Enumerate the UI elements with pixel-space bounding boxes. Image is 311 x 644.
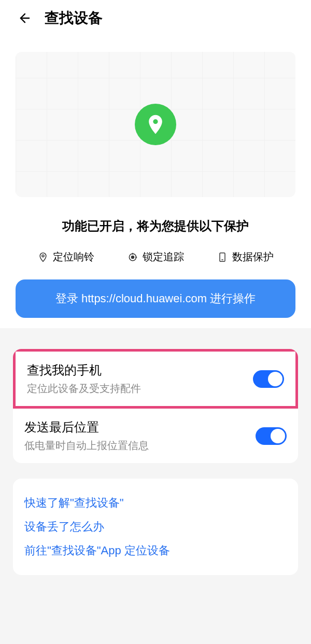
settings-card: 查找我的手机 定位此设备及受支持配件 发送最后位置 低电量时自动上报位置信息 (13, 349, 298, 463)
phone-shield-icon (217, 251, 228, 263)
link-quick-learn[interactable]: 快速了解"查找设备" (24, 491, 287, 515)
setting-find-my-phone[interactable]: 查找我的手机 定位此设备及受支持配件 (13, 349, 298, 409)
svg-point-3 (131, 256, 134, 258)
setting-subtitle: 定位此设备及受支持配件 (27, 382, 253, 396)
feature-label: 锁定追踪 (143, 250, 184, 264)
header: 查找设备 (0, 0, 311, 36)
toggle-find-my-phone[interactable] (253, 370, 284, 388)
feature-label: 定位响铃 (53, 250, 94, 264)
setting-text: 发送最后位置 低电量时自动上报位置信息 (24, 419, 256, 453)
location-outline-icon (37, 251, 49, 263)
links-card: 快速了解"查找设备" 设备丢了怎么办 前往"查找设备"App 定位设备 (13, 479, 298, 575)
link-device-lost[interactable]: 设备丢了怎么办 (24, 515, 287, 539)
feature-lock-track: 锁定追踪 (127, 250, 184, 264)
svg-point-1 (42, 255, 44, 257)
settings-section: 查找我的手机 定位此设备及受支持配件 发送最后位置 低电量时自动上报位置信息 快… (0, 349, 311, 575)
link-goto-app[interactable]: 前往"查找设备"App 定位设备 (24, 539, 287, 563)
target-icon (127, 251, 138, 263)
setting-title: 发送最后位置 (24, 419, 256, 436)
svg-rect-6 (220, 253, 225, 261)
setting-title: 查找我的手机 (27, 362, 253, 379)
features-row: 定位响铃 锁定追踪 数据保护 (16, 250, 295, 264)
map-placeholder (16, 52, 295, 197)
toggle-send-last-location[interactable] (256, 427, 287, 445)
login-button[interactable]: 登录 https://cloud.huawei.com 进行操作 (16, 279, 295, 318)
page-title: 查找设备 (45, 8, 103, 28)
feature-label: 数据保护 (232, 250, 274, 264)
location-pin-icon (144, 113, 167, 136)
location-badge (135, 104, 176, 145)
status-text: 功能已开启，将为您提供以下保护 (16, 218, 295, 234)
setting-text: 查找我的手机 定位此设备及受支持配件 (27, 362, 253, 396)
setting-subtitle: 低电量时自动上报位置信息 (24, 439, 256, 453)
arrow-left-icon (18, 11, 32, 25)
back-button[interactable] (16, 9, 34, 27)
setting-send-last-location[interactable]: 发送最后位置 低电量时自动上报位置信息 (13, 409, 298, 463)
hero-section: 功能已开启，将为您提供以下保护 定位响铃 锁定追踪 (0, 36, 311, 328)
feature-locate-ring: 定位响铃 (37, 250, 94, 264)
feature-data-protect: 数据保护 (217, 250, 274, 264)
